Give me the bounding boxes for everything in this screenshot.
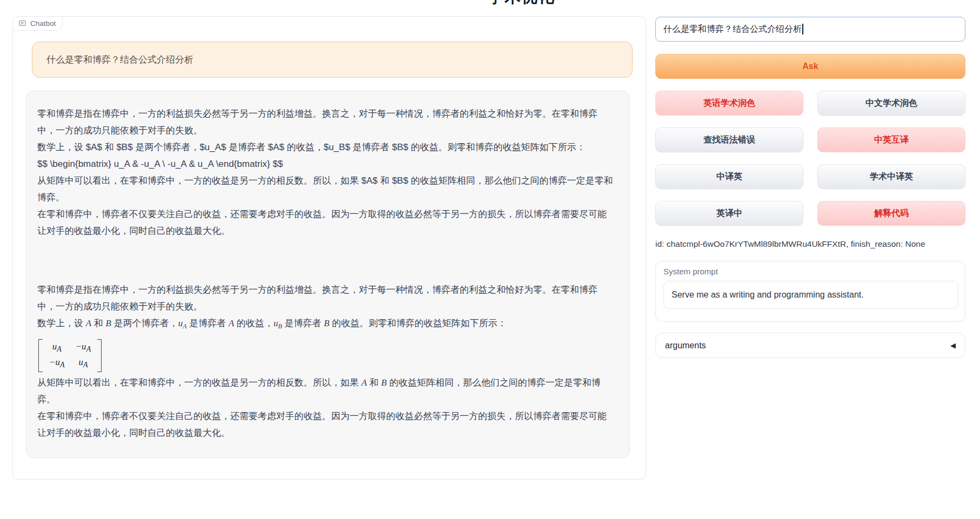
matrix-cell: −uA xyxy=(49,356,65,371)
system-prompt-input[interactable]: Serve me as a writing and programming as… xyxy=(663,281,958,309)
bot-rendered-block: 零和博弈是指在博弈中，一方的利益损失必然等于另一方的利益增益。换言之，对于每一种… xyxy=(37,281,615,441)
bot-rendered-paragraph: 从矩阵中可以看出，在零和博弈中，一方的收益是另一方的相反数。所以，如果 A 和 … xyxy=(37,374,615,408)
matrix-cell: −uA xyxy=(76,340,91,355)
user-message-bubble: 什么是零和博弈？结合公式介绍分析 xyxy=(32,42,633,78)
matrix-left-bracket xyxy=(38,339,43,372)
bot-raw-paragraph: 从矩阵中可以看出，在零和博弈中，一方的收益是另一方的相反数。所以，如果 $A$ … xyxy=(37,172,615,206)
arguments-accordion-label: arguments xyxy=(665,341,706,351)
question-input[interactable]: 什么是零和博弈？结合公式介绍分析 xyxy=(655,17,965,42)
ask-button[interactable]: Ask xyxy=(655,54,965,79)
matrix-cell: uA xyxy=(52,340,62,355)
action-button-en-to-zh[interactable]: 英译中 xyxy=(655,201,803,226)
system-prompt-group: System prompt Serve me as a writing and … xyxy=(655,261,965,322)
control-column: 什么是零和博弈？结合公式介绍分析 Ask 英语学术润色 中文学术润色 查找语法错… xyxy=(655,17,965,358)
matrix-cell: uA xyxy=(78,356,88,371)
accordion-collapse-icon: ◀ xyxy=(950,341,956,349)
action-button-find-grammar-errors[interactable]: 查找语法错误 xyxy=(655,127,803,152)
chatbot-messages[interactable]: 什么是零和博弈？结合公式介绍分析 零和博弈是指在博弈中，一方的利益损失必然等于另… xyxy=(13,31,646,479)
payoff-matrix: uA −uA −uA uA xyxy=(38,339,615,372)
matrix-entries: uA −uA −uA uA xyxy=(43,339,97,372)
bot-rendered-paragraph: 零和博弈是指在博弈中，一方的利益损失必然等于另一方的利益增益。换言之，对于每一种… xyxy=(37,281,615,315)
system-prompt-label: System prompt xyxy=(663,267,957,276)
matrix-right-bracket xyxy=(97,339,102,372)
chatbot-label: Chatbot xyxy=(13,17,63,31)
action-button-zh-to-en[interactable]: 中译英 xyxy=(655,164,803,189)
chat-bubble-icon xyxy=(18,19,26,28)
response-status-line: id: chatcmpl-6wOo7KrYTwMl89lbrMWRu4UkFFX… xyxy=(655,239,965,249)
bot-raw-paragraph: 在零和博弈中，博弈者不仅要关注自己的收益，还需要考虑对手的收益。因为一方取得的收… xyxy=(37,206,615,239)
clipped-page-title: 学术优化 xyxy=(488,0,555,8)
question-input-value: 什么是零和博弈？结合公式介绍分析 xyxy=(663,24,802,35)
bot-raw-paragraph: 数学上，设 $A$ 和 $B$ 是两个博弈者，$u_A$ 是博弈者 $A$ 的收… xyxy=(37,139,615,156)
bot-rendered-paragraph: 在零和博弈中，博弈者不仅要关注自己的收益，还需要考虑对手的收益。因为一方取得的收… xyxy=(37,408,615,441)
text-cursor xyxy=(802,24,803,35)
bot-raw-latex-line: $$ \begin{bmatrix} u_A & -u_A \ -u_A & u… xyxy=(37,156,615,172)
system-prompt-value: Serve me as a writing and programming as… xyxy=(672,290,864,300)
bot-rendered-math-paragraph: 数学上，设 A 和 B 是两个博弈者，uA 是博弈者 A 的收益，uB 是博弈者… xyxy=(37,315,615,335)
action-button-grid: 英语学术润色 中文学术润色 查找语法错误 中英互译 中译英 学术中译英 英译中 … xyxy=(655,91,965,226)
chatbot-panel: Chatbot 什么是零和博弈？结合公式介绍分析 零和博弈是指在博弈中，一方的利… xyxy=(12,16,646,480)
bot-raw-paragraph: 零和博弈是指在博弈中，一方的利益损失必然等于另一方的利益增益。换言之，对于每一种… xyxy=(37,105,615,139)
user-message-text: 什么是零和博弈？结合公式介绍分析 xyxy=(46,55,193,65)
arguments-accordion[interactable]: arguments ◀ xyxy=(655,333,965,358)
bot-raw-block: 零和博弈是指在博弈中，一方的利益损失必然等于另一方的利益增益。换言之，对于每一种… xyxy=(37,105,615,239)
action-button-explain-code[interactable]: 解释代码 xyxy=(817,201,965,226)
action-button-english-polish[interactable]: 英语学术润色 xyxy=(655,91,803,116)
action-button-zh-en-mutual-translate[interactable]: 中英互译 xyxy=(817,127,965,152)
action-button-academic-zh-to-en[interactable]: 学术中译英 xyxy=(817,164,965,189)
bot-message-bubble: 零和博弈是指在博弈中，一方的利益损失必然等于另一方的利益增益。换言之，对于每一种… xyxy=(26,91,630,458)
action-button-chinese-polish[interactable]: 中文学术润色 xyxy=(817,91,965,116)
chatbot-label-text: Chatbot xyxy=(30,19,56,28)
